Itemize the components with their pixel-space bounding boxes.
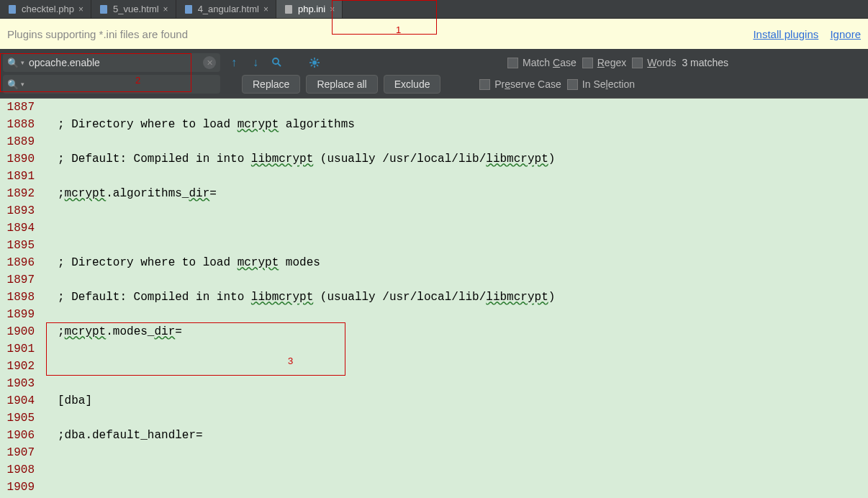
svg-point-4 xyxy=(273,58,279,64)
in-selection-checkbox[interactable]: In Selection xyxy=(567,78,635,90)
svg-rect-0 xyxy=(9,5,16,14)
close-icon[interactable]: × xyxy=(330,4,335,14)
annotation-label-1: 1 xyxy=(396,24,401,35)
tab-label: php.ini xyxy=(298,4,325,14)
plugin-notification-bar: Plugins supporting *.ini files are found… xyxy=(0,19,868,49)
previous-match-icon[interactable]: ↑ xyxy=(226,55,242,71)
preserve-case-checkbox[interactable]: Preserve Case xyxy=(479,78,561,90)
tab-label: 5_vue.html xyxy=(113,4,159,14)
replace-all-button[interactable]: Replace all xyxy=(306,75,377,94)
search-icon: 🔍 xyxy=(7,58,19,68)
svg-line-11 xyxy=(311,59,312,60)
ignore-link[interactable]: Ignore xyxy=(830,28,861,40)
match-case-checkbox[interactable]: Match Case xyxy=(507,57,577,68)
tab-label: checktel.php xyxy=(22,4,74,14)
file-icon xyxy=(99,4,109,14)
install-plugins-link[interactable]: Install plugins xyxy=(753,28,818,40)
clear-search-icon[interactable]: ✕ xyxy=(203,56,216,69)
find-replace-toolbar: 🔍 ▾ ✕ ↑ ↓ Match Case Regex Words 3 match… xyxy=(0,49,868,99)
svg-point-6 xyxy=(312,60,317,65)
annotation-label-2: 2 xyxy=(135,75,140,86)
replace-icon: 🔍 xyxy=(7,79,19,90)
tab-checktel[interactable]: checktel.php × xyxy=(0,0,91,18)
close-icon[interactable]: × xyxy=(163,4,168,14)
select-all-occurrences-icon[interactable] xyxy=(269,55,285,71)
search-field-group: 🔍 ▾ ✕ xyxy=(3,53,220,72)
tab-angular[interactable]: 4_angular.html × xyxy=(176,0,276,18)
code-editor[interactable]: 188718881889 189018911892 189318941895 1… xyxy=(0,99,868,498)
file-icon xyxy=(284,4,294,14)
tab-bar: checktel.php × 5_vue.html × 4_angular.ht… xyxy=(0,0,868,19)
tab-vue[interactable]: 5_vue.html × xyxy=(91,0,176,18)
file-icon xyxy=(7,4,17,14)
svg-rect-1 xyxy=(100,5,107,14)
settings-icon[interactable] xyxy=(307,55,322,71)
svg-line-12 xyxy=(317,65,318,66)
tab-phpini[interactable]: php.ini × xyxy=(276,0,343,18)
words-checkbox[interactable]: Words xyxy=(632,57,676,68)
svg-line-13 xyxy=(311,65,312,66)
search-input[interactable] xyxy=(24,57,203,68)
svg-line-5 xyxy=(278,63,281,66)
code-area[interactable]: ; Directory where to load mcrypt algorit… xyxy=(42,99,868,498)
annotation-label-3: 3 xyxy=(288,356,293,366)
replace-input[interactable] xyxy=(24,78,216,90)
regex-checkbox[interactable]: Regex xyxy=(582,57,626,68)
notification-message: Plugins supporting *.ini files are found xyxy=(7,28,188,40)
next-match-icon[interactable]: ↓ xyxy=(248,55,263,71)
file-icon xyxy=(184,4,194,14)
match-count: 3 matches xyxy=(682,57,728,68)
svg-line-14 xyxy=(317,59,318,60)
exclude-button[interactable]: Exclude xyxy=(384,75,441,94)
close-icon[interactable]: × xyxy=(263,4,268,14)
svg-rect-3 xyxy=(285,5,292,14)
replace-button[interactable]: Replace xyxy=(242,75,300,94)
tab-label: 4_angular.html xyxy=(198,4,259,14)
close-icon[interactable]: × xyxy=(78,4,83,14)
replace-field-group: 🔍 ▾ xyxy=(3,75,220,94)
line-number-gutter: 188718881889 189018911892 189318941895 1… xyxy=(0,99,42,498)
svg-rect-2 xyxy=(185,5,192,14)
